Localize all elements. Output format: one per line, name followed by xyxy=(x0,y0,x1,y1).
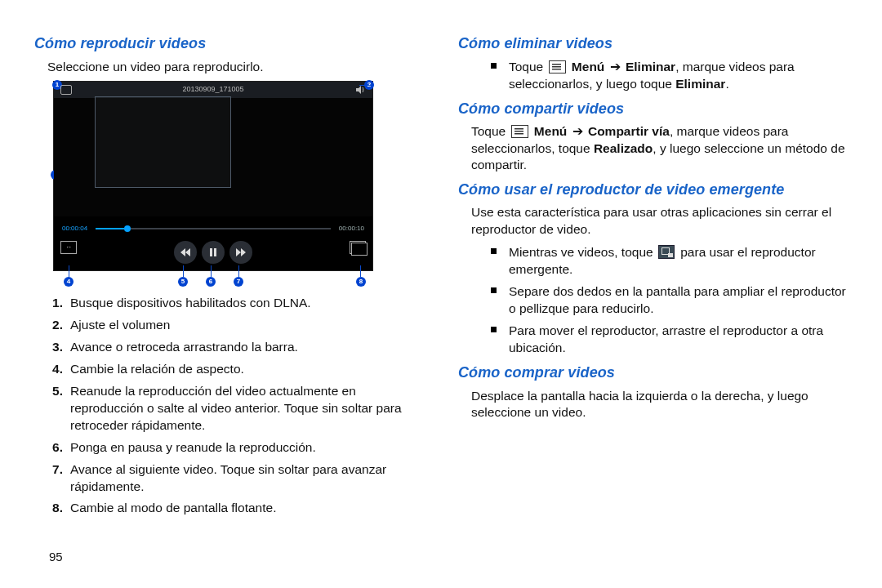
right-column: Cómo eliminar videos Toque Menú ➔ Elimin… xyxy=(458,29,848,559)
txt: . xyxy=(725,77,728,91)
popup-intro: Use esta característica para usar otras … xyxy=(471,204,848,238)
video-canvas[interactable] xyxy=(54,98,372,216)
callout-4-line xyxy=(69,265,69,277)
txt-bold: Menú xyxy=(534,124,567,138)
step-2: Ajuste el volumen xyxy=(52,317,424,334)
seek-handle[interactable] xyxy=(124,225,131,232)
player-top-bar: 20130909_171005 xyxy=(54,82,372,98)
player-controls: ↔ xyxy=(54,238,372,270)
popup-bullet-3: Para mover el reproductor, arrastre el r… xyxy=(486,323,848,357)
txt-bold: Eliminar xyxy=(675,77,725,91)
heading-play-videos: Cómo reproducir videos xyxy=(34,34,424,54)
aspect-ratio-button[interactable]: ↔ xyxy=(60,241,77,254)
txt: Toque xyxy=(509,60,547,74)
touch-overlay xyxy=(95,96,231,188)
step-1: Busque dispositivos habilitados con DLNA… xyxy=(52,295,424,312)
prev-button[interactable] xyxy=(174,241,197,264)
callout-5: 5 xyxy=(178,277,188,287)
video-player[interactable]: 20130909_171005 00:00:04 00:00:10 xyxy=(54,82,372,270)
arrow-icon: ➔ xyxy=(568,124,586,138)
callout-7-line xyxy=(238,265,239,277)
dlna-icon[interactable] xyxy=(60,85,72,95)
step-5: Reanude la reproducción del video actual… xyxy=(52,383,424,434)
left-column: Cómo reproducir videos Seleccione un vid… xyxy=(34,29,424,559)
heading-share-videos: Cómo compartir videos xyxy=(458,100,848,119)
callout-4: 4 xyxy=(64,277,74,287)
txt-bold: Eliminar xyxy=(626,60,675,74)
delete-bullets: Toque Menú ➔ Eliminar, marque videos par… xyxy=(486,59,848,93)
popup-bullet-2: Separe dos dedos en la pantalla para amp… xyxy=(486,283,848,318)
recording-filename: 20130909_171005 xyxy=(182,85,243,95)
step-8: Cambie al modo de pantalla flotante. xyxy=(52,500,424,517)
heading-delete-videos: Cómo eliminar videos xyxy=(458,34,848,54)
step-7: Avance al siguiente video. Toque sin sol… xyxy=(52,461,424,496)
seek-row: 00:00:04 00:00:10 xyxy=(54,216,372,238)
callout-8-line xyxy=(360,265,361,277)
pause-button[interactable] xyxy=(202,241,225,264)
step-6: Ponga en pausa y reanude la reproducción… xyxy=(52,439,424,457)
menu-icon xyxy=(511,125,528,138)
callout-6: 6 xyxy=(206,277,216,287)
popup-player-button[interactable] xyxy=(350,241,366,254)
heading-popup-player: Cómo usar el reproductor de video emerge… xyxy=(458,180,848,200)
menu-icon xyxy=(549,60,566,74)
share-paragraph: Toque Menú ➔ Compartir vía, marque video… xyxy=(471,123,848,173)
popup-player-icon xyxy=(658,245,675,259)
step-3: Avance o retroceda arrastrando la barra. xyxy=(52,339,424,356)
seek-fill xyxy=(96,228,124,229)
video-player-figure: 1 2 3 20130909_171005 00:00:0 xyxy=(54,82,372,270)
callout-6-line xyxy=(211,265,212,277)
heading-buy-videos: Cómo comprar videos xyxy=(458,363,848,383)
txt-bold: Realizado xyxy=(594,141,653,155)
buy-paragraph: Desplace la pantalla hacia la izquierda … xyxy=(471,388,848,421)
popup-bullets: Mientras ve videos, toque para usar el r… xyxy=(486,244,848,357)
page-number: 95 xyxy=(49,549,63,565)
seek-bar[interactable] xyxy=(96,228,331,229)
svg-rect-1 xyxy=(214,248,216,256)
seek-time-total: 00:00:10 xyxy=(339,225,364,234)
txt-bold: Menú xyxy=(572,60,604,74)
txt: Toque xyxy=(471,124,510,138)
seek-time-current: 00:00:04 xyxy=(62,225,87,234)
callout-2-line xyxy=(359,85,369,86)
steps-list: Busque dispositivos habilitados con DLNA… xyxy=(52,295,424,517)
play-intro: Seleccione un video para reproducirlo. xyxy=(47,59,424,75)
txt-bold: Compartir vía xyxy=(588,124,670,138)
popup-bullet-1: Mientras ve videos, toque para usar el r… xyxy=(486,244,848,278)
svg-rect-0 xyxy=(210,248,212,256)
step-4: Cambie la relación de aspecto. xyxy=(52,361,424,378)
next-button[interactable] xyxy=(229,241,252,264)
txt: Mientras ve videos, toque xyxy=(509,245,657,259)
arrow-icon: ➔ xyxy=(606,60,624,74)
callout-8: 8 xyxy=(356,277,366,287)
callout-7: 7 xyxy=(234,277,243,287)
callout-5-line xyxy=(183,265,184,277)
delete-bullet-1: Toque Menú ➔ Eliminar, marque videos par… xyxy=(486,59,848,93)
